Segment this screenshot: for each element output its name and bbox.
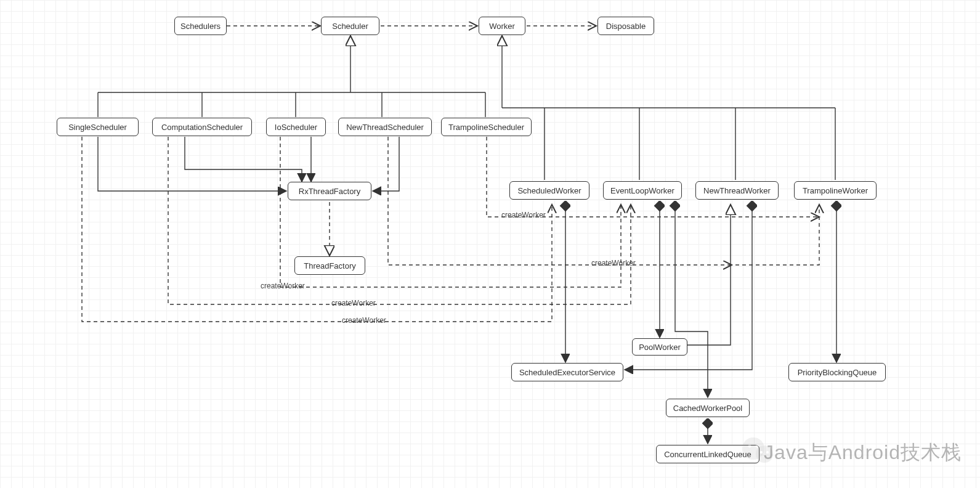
node-cached-worker-pool: CachedWorkerPool — [666, 399, 750, 417]
node-priority-blocking-queue: PriorityBlockingQueue — [788, 363, 886, 381]
label: IoScheduler — [275, 123, 317, 132]
label: Scheduler — [332, 22, 368, 31]
svg-point-24 — [756, 445, 759, 448]
label: ConcurrentLinkedQueue — [664, 450, 751, 459]
node-worker: Worker — [479, 17, 525, 35]
edge-label-createworker-5: createWorker — [342, 316, 386, 325]
node-newthread-scheduler: NewThreadScheduler — [338, 118, 432, 136]
node-computation-scheduler: ComputationScheduler — [152, 118, 252, 136]
node-threadfactory: ThreadFactory — [294, 256, 365, 275]
node-scheduler: Scheduler — [321, 17, 379, 35]
label: ThreadFactory — [304, 261, 356, 270]
node-newthread-worker: NewThreadWorker — [695, 181, 779, 200]
label: PoolWorker — [639, 343, 681, 352]
svg-point-25 — [760, 451, 763, 453]
edge-label-createworker-2: createWorker — [591, 259, 636, 267]
label: TrampolineScheduler — [448, 123, 524, 132]
watermark-text: Java与Android技术栈 — [764, 439, 962, 466]
node-rxthreadfactory: RxThreadFactory — [288, 182, 371, 200]
connectors-layer — [0, 0, 980, 488]
label: Disposable — [606, 22, 646, 31]
node-scheduled-worker: ScheduledWorker — [509, 181, 589, 200]
label: PriorityBlockingQueue — [798, 368, 877, 377]
node-trampoline-worker: TrampolineWorker — [794, 181, 877, 200]
node-eventloop-worker: EventLoopWorker — [603, 181, 682, 200]
label: ComputationScheduler — [161, 123, 243, 132]
edge-label-createworker-1: createWorker — [501, 211, 546, 219]
label: Schedulers — [180, 22, 221, 31]
label: CachedWorkerPool — [673, 404, 742, 413]
node-scheduled-executor-service: ScheduledExecutorService — [511, 363, 623, 381]
label: NewThreadWorker — [703, 186, 771, 195]
node-schedulers: Schedulers — [174, 17, 227, 35]
edge-label-createworker-3: createWorker — [261, 282, 305, 290]
node-io-scheduler: IoScheduler — [266, 118, 326, 136]
label: RxThreadFactory — [299, 187, 360, 196]
label: NewThreadScheduler — [346, 123, 424, 132]
svg-point-23 — [748, 445, 751, 448]
label: SingleScheduler — [68, 123, 127, 132]
node-disposable: Disposable — [597, 17, 654, 35]
label: TrampolineWorker — [803, 186, 868, 195]
label: ScheduledExecutorService — [519, 368, 615, 377]
edge-label-createworker-4: createWorker — [331, 299, 376, 307]
node-single-scheduler: SingleScheduler — [57, 118, 139, 136]
label: ScheduledWorker — [517, 186, 581, 195]
node-pool-worker: PoolWorker — [632, 338, 687, 356]
node-trampoline-scheduler: TrampolineScheduler — [441, 118, 532, 136]
label: EventLoopWorker — [610, 186, 674, 195]
label: Worker — [489, 22, 515, 31]
